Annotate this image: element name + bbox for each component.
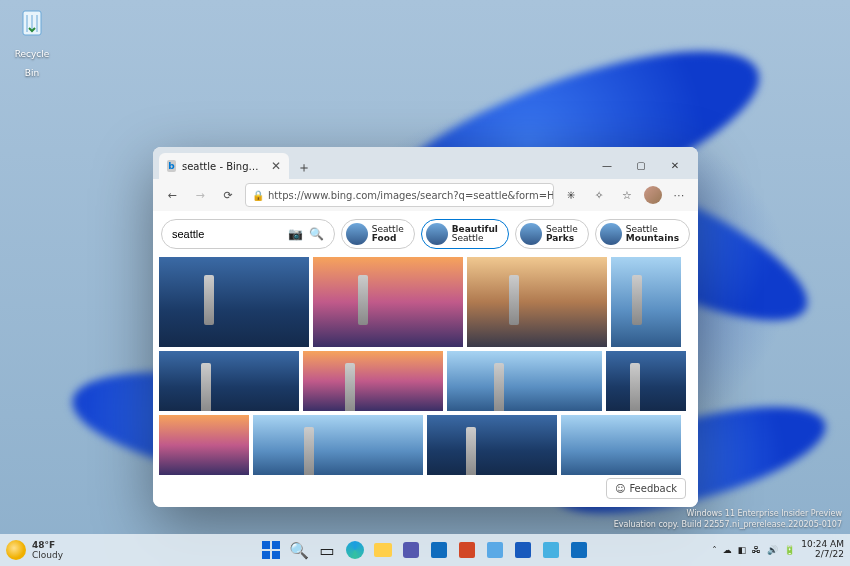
page-content: 📷 🔍 SeattleFood BeautifulSeattle Seattle…: [153, 211, 698, 507]
search-box[interactable]: 📷 🔍: [161, 219, 335, 249]
image-result[interactable]: [313, 257, 463, 347]
window-minimize-button[interactable]: —: [590, 151, 624, 179]
start-button[interactable]: [259, 538, 283, 562]
pill-bottom: Seattle: [452, 234, 498, 243]
word-app[interactable]: [511, 538, 535, 562]
image-result[interactable]: [303, 351, 443, 411]
url-text: https://www.bing.com/images/search?q=sea…: [268, 190, 554, 201]
notepad-app[interactable]: [539, 538, 563, 562]
visual-search-icon[interactable]: 📷: [288, 227, 303, 241]
extensions-button[interactable]: ✧: [588, 184, 610, 206]
windows-watermark: Windows 11 Enterprise Insider Preview Ev…: [614, 509, 842, 530]
browser-tab[interactable]: b seattle - Bing images ✕: [159, 153, 289, 179]
weather-cond: Cloudy: [32, 550, 63, 560]
browser-toolbar: ← → ⟳ 🔒 https://www.bing.com/images/sear…: [153, 179, 698, 211]
feedback-icon: ☺: [615, 483, 625, 494]
pill-thumb-icon: [426, 223, 448, 245]
image-result[interactable]: [561, 415, 681, 475]
bing-favicon: b: [167, 160, 176, 172]
image-results-grid: [153, 257, 698, 475]
taskbar: 48°F Cloudy 🔍 ▭ ˄ ☁ ◧ 🖧 🔊 🔋 10:24 AM 2/7…: [0, 534, 850, 566]
mail-app[interactable]: [567, 538, 591, 562]
taskbar-clock[interactable]: 10:24 AM 2/7/22: [801, 540, 844, 560]
battery-icon[interactable]: 🔋: [784, 545, 795, 555]
tab-title: seattle - Bing images: [182, 161, 261, 172]
taskbar-weather-widget[interactable]: 48°F Cloudy: [6, 540, 63, 560]
pill-thumb-icon: [600, 223, 622, 245]
system-tray: ˄ ☁ ◧ 🖧 🔊 🔋 10:24 AM 2/7/22: [712, 540, 844, 560]
edge-app[interactable]: [343, 538, 367, 562]
suggestion-pill-parks[interactable]: SeattleParks: [515, 219, 589, 249]
taskbar-apps: 🔍 ▭: [259, 538, 591, 562]
search-icon[interactable]: 🔍: [309, 227, 324, 241]
search-input[interactable]: [172, 228, 262, 240]
window-close-button[interactable]: ✕: [658, 151, 692, 179]
teams-app[interactable]: [399, 538, 423, 562]
todo-app[interactable]: [483, 538, 507, 562]
search-button[interactable]: 🔍: [287, 538, 311, 562]
pill-thumb-icon: [520, 223, 542, 245]
profile-avatar[interactable]: [644, 186, 662, 204]
clock-date: 2/7/22: [801, 550, 844, 560]
suggestion-pill-mountains[interactable]: SeattleMountains: [595, 219, 690, 249]
image-result[interactable]: [606, 351, 686, 411]
suggestion-pill-beautiful[interactable]: BeautifulSeattle: [421, 219, 509, 249]
read-aloud-button[interactable]: ⛯: [560, 184, 582, 206]
nav-refresh-button[interactable]: ⟳: [217, 184, 239, 206]
pill-thumb-icon: [346, 223, 368, 245]
watermark-line2: Evaluation copy. Build 22557.ni_prerelea…: [614, 520, 842, 530]
file-explorer-app[interactable]: [371, 538, 395, 562]
svg-rect-2: [272, 541, 280, 549]
volume-icon[interactable]: 🔊: [767, 545, 778, 555]
recycle-bin-icon: [15, 6, 49, 40]
lock-icon: 🔒: [252, 190, 264, 201]
image-result[interactable]: [159, 257, 309, 347]
svg-rect-1: [262, 541, 270, 549]
powerpoint-app[interactable]: [455, 538, 479, 562]
onedrive-icon[interactable]: ☁: [723, 545, 732, 555]
weather-temp: 48°F: [32, 540, 63, 550]
outlook-app[interactable]: [427, 538, 451, 562]
address-bar[interactable]: 🔒 https://www.bing.com/images/search?q=s…: [245, 183, 554, 207]
image-result[interactable]: [427, 415, 557, 475]
pill-bottom: Mountains: [626, 234, 679, 243]
window-maximize-button[interactable]: ▢: [624, 151, 658, 179]
recycle-bin-label: Recycle Bin: [15, 49, 50, 78]
feedback-label: Feedback: [629, 483, 677, 494]
tray-icon[interactable]: ◧: [738, 545, 747, 555]
new-tab-button[interactable]: ＋: [293, 157, 315, 179]
image-result[interactable]: [467, 257, 607, 347]
favorites-button[interactable]: ☆: [616, 184, 638, 206]
more-menu-button[interactable]: ⋯: [668, 184, 690, 206]
network-icon[interactable]: 🖧: [752, 545, 761, 555]
feedback-button[interactable]: ☺ Feedback: [606, 478, 686, 499]
tray-chevron-icon[interactable]: ˄: [712, 545, 717, 555]
nav-back-button[interactable]: ←: [161, 184, 183, 206]
close-tab-icon[interactable]: ✕: [271, 159, 281, 173]
weather-icon: [6, 540, 26, 560]
image-result[interactable]: [253, 415, 423, 475]
watermark-line1: Windows 11 Enterprise Insider Preview: [614, 509, 842, 519]
pill-bottom: Food: [372, 234, 404, 243]
tab-strip: b seattle - Bing images ✕ ＋ — ▢ ✕: [153, 147, 698, 179]
nav-forward-button[interactable]: →: [189, 184, 211, 206]
task-view-button[interactable]: ▭: [315, 538, 339, 562]
svg-rect-3: [262, 551, 270, 559]
svg-rect-4: [272, 551, 280, 559]
suggestion-pill-food[interactable]: SeattleFood: [341, 219, 415, 249]
pill-bottom: Parks: [546, 234, 578, 243]
image-result[interactable]: [159, 415, 249, 475]
recycle-bin[interactable]: Recycle Bin: [8, 6, 56, 80]
image-result[interactable]: [159, 351, 299, 411]
image-result[interactable]: [447, 351, 602, 411]
image-result[interactable]: [611, 257, 681, 347]
browser-window: b seattle - Bing images ✕ ＋ — ▢ ✕ ← → ⟳ …: [153, 147, 698, 507]
image-search-bar: 📷 🔍 SeattleFood BeautifulSeattle Seattle…: [153, 211, 698, 257]
